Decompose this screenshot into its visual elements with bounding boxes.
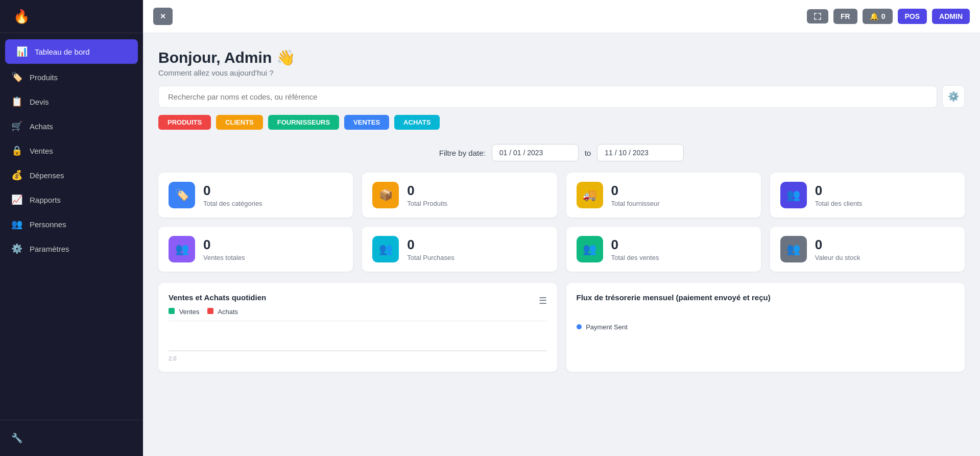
clients-info: 0 Total des clients [815, 183, 863, 207]
tag-achats[interactable]: ACHATS [394, 115, 440, 130]
greeting-section: Bonjour, Admin 👋 Comment allez vous aujo… [158, 49, 965, 77]
produits-value: 0 [407, 183, 447, 199]
produits-icon: 📦 [372, 182, 399, 208]
fullscreen-button[interactable] [807, 9, 828, 23]
date-to-input[interactable] [597, 144, 684, 161]
fournisseur-label: Total fournisseur [611, 200, 660, 207]
clients-icon: 👥 [780, 182, 807, 208]
stat-card-fournisseur: 🚚 0 Total fournisseur [566, 173, 761, 218]
sidebar-nav: 📊 Tableau de bord 🏷️ Produits 📋 Devis 🛒 … [0, 33, 143, 420]
chart-menu-icon[interactable]: ☰ [539, 295, 547, 306]
total-ventes-value: 0 [611, 237, 659, 253]
search-section: ⚙️ [158, 85, 965, 108]
legend-payment-sent: Payment Sent [577, 323, 628, 331]
stat-card-produits: 📦 0 Total Produits [362, 173, 557, 218]
sidebar-item-produits[interactable]: 🏷️ Produits [0, 65, 143, 89]
legend-achats-dot [207, 308, 213, 314]
stat-card-valeur-stock: 👥 0 Valeur du stock [770, 227, 965, 272]
achats-icon: 🛒 [11, 121, 22, 132]
charts-section: Ventes et Achats quotidien ☰ Ventes Acha… [158, 283, 965, 372]
fournisseur-icon: 🚚 [577, 182, 603, 208]
parametres-icon: ⚙️ [11, 243, 22, 254]
stat-card-ventes-totales: 👥 0 Ventes totales [158, 227, 353, 272]
sidebar-item-tableau-de-bord[interactable]: 📊 Tableau de bord [5, 39, 138, 64]
close-button[interactable]: ✕ [153, 8, 173, 25]
date-from-input[interactable] [492, 144, 579, 161]
chart-right-legend: Payment Sent [577, 323, 955, 331]
fournisseur-info: 0 Total fournisseur [611, 183, 660, 207]
ventes-totales-label: Ventes totales [203, 254, 245, 261]
sidebar-item-ventes[interactable]: 🔒 Ventes [0, 138, 143, 163]
tag-ventes[interactable]: VENTES [344, 115, 389, 130]
sidebar-item-bottom[interactable]: 🔧 [11, 428, 132, 448]
topbar: ✕ FR 🔔 0 POS ADMIN [143, 0, 980, 33]
sidebar-item-personnes[interactable]: 👥 Personnes [0, 212, 143, 236]
categories-value: 0 [203, 183, 262, 199]
sidebar: 🔥 📊 Tableau de bord 🏷️ Produits 📋 Devis … [0, 0, 143, 456]
topbar-left: ✕ [153, 8, 173, 25]
bottom-icon: 🔧 [11, 433, 22, 444]
tag-clients[interactable]: CLIENTS [216, 115, 263, 130]
pos-button[interactable]: POS [898, 9, 927, 24]
total-ventes-info: 0 Total des ventes [611, 237, 659, 261]
total-ventes-label: Total des ventes [611, 254, 659, 261]
devis-icon: 📋 [11, 96, 22, 107]
fullscreen-icon [814, 13, 821, 20]
depenses-icon: 💰 [11, 170, 22, 181]
chart-left-area: 2.0 [169, 321, 547, 362]
categories-icon: 🏷️ [169, 182, 195, 208]
ventes-totales-value: 0 [203, 237, 245, 253]
stats-grid: 🏷️ 0 Total des catégories 📦 0 Total Prod… [158, 173, 965, 272]
total-ventes-icon: 👥 [577, 236, 603, 262]
total-purchases-info: 0 Total Purchases [407, 237, 455, 261]
sidebar-item-devis[interactable]: 📋 Devis [0, 89, 143, 114]
date-to-label: to [585, 149, 591, 157]
valeur-stock-label: Valeur du stock [815, 254, 861, 261]
ventes-icon: 🔒 [11, 145, 22, 156]
sidebar-item-achats[interactable]: 🛒 Achats [0, 114, 143, 138]
sidebar-item-rapports[interactable]: 📈 Rapports [0, 187, 143, 212]
total-purchases-value: 0 [407, 237, 455, 253]
produits-label: Total Produits [407, 200, 447, 207]
total-purchases-icon: 👥 [372, 236, 399, 262]
legend-ventes-dot [169, 308, 175, 314]
ventes-totales-icon: 👥 [169, 236, 195, 262]
categories-label: Total des catégories [203, 200, 262, 207]
clients-value: 0 [815, 183, 863, 199]
greeting-title: Bonjour, Admin 👋 [158, 49, 965, 66]
logo-icon: 🔥 [10, 5, 33, 28]
search-input[interactable] [158, 86, 937, 108]
sidebar-item-depenses[interactable]: 💰 Dépenses [0, 163, 143, 187]
tag-produits[interactable]: PRODUITS [158, 115, 211, 130]
chart-tresorerie: Flux de trésorerie mensuel (paiement env… [566, 283, 965, 372]
valeur-stock-value: 0 [815, 237, 861, 253]
admin-button[interactable]: ADMIN [932, 9, 970, 24]
content-area: Bonjour, Admin 👋 Comment allez vous aujo… [143, 33, 980, 456]
valeur-stock-icon: 👥 [780, 236, 807, 262]
chart-left-legend: Ventes Achats [169, 308, 547, 316]
chart-ventes-achats: Ventes et Achats quotidien ☰ Ventes Acha… [158, 283, 557, 372]
legend-achats: Achats [207, 308, 238, 316]
produits-info: 0 Total Produits [407, 183, 447, 207]
sidebar-item-parametres[interactable]: ⚙️ Paramètres [0, 236, 143, 261]
products-icon: 🏷️ [11, 71, 22, 83]
stat-card-total-ventes: 👥 0 Total des ventes [566, 227, 761, 272]
tag-fournisseurs[interactable]: FOURNISSEURS [268, 115, 339, 130]
settings-icon[interactable]: ⚙️ [942, 85, 965, 108]
main-area: ✕ FR 🔔 0 POS ADMIN B [143, 0, 980, 456]
tags-section: PRODUITS CLIENTS FOURNISSEURS VENTES ACH… [158, 115, 965, 130]
stat-card-total-purchases: 👥 0 Total Purchases [362, 227, 557, 272]
dashboard-icon: 📊 [16, 46, 28, 57]
date-filter-label: Filtre by date: [439, 149, 486, 157]
stat-card-clients: 👥 0 Total des clients [770, 173, 965, 218]
personnes-icon: 👥 [11, 219, 22, 230]
total-purchases-label: Total Purchases [407, 254, 455, 261]
rapports-icon: 📈 [11, 194, 22, 205]
chart-left-title: Ventes et Achats quotidien [169, 293, 266, 302]
notifications-button[interactable]: 🔔 0 [863, 9, 893, 24]
stat-card-categories: 🏷️ 0 Total des catégories [158, 173, 353, 218]
sidebar-logo: 🔥 [0, 0, 143, 33]
language-button[interactable]: FR [833, 9, 857, 24]
chart-y-label: 2.0 [169, 355, 176, 362]
date-filter-section: Filtre by date: to [158, 144, 965, 161]
